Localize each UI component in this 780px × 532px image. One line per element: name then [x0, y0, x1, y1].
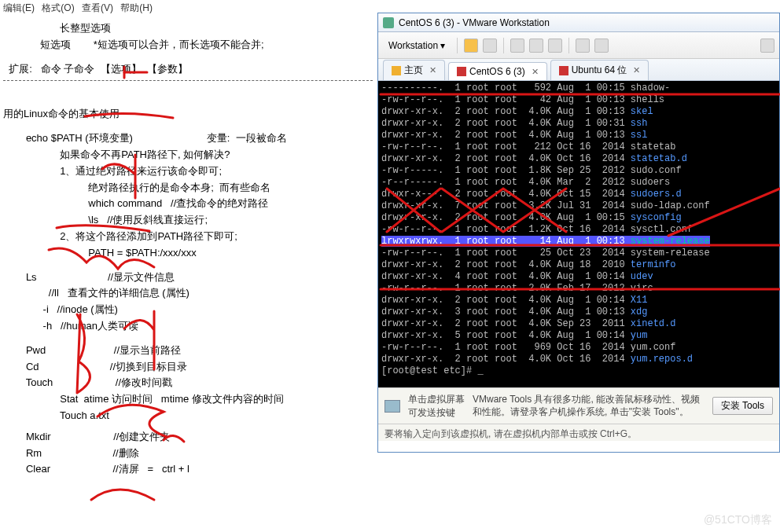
terminal-line: drwxr-xr-x. 2 root root 4.0K Aug 1 00:14… — [381, 295, 776, 306]
terminal-line: -rw-r-----. 1 root root 1.8K Sep 25 2012… — [381, 165, 776, 177]
terminal-line: drwxr-xr-x. 3 root root 4.0K Aug 1 00:13… — [381, 306, 776, 318]
terminal-line: drwxr-xr-x. 2 root root 4.0K Oct 16 2014… — [381, 354, 776, 365]
dropdown-icon[interactable] — [483, 39, 497, 53]
terminal-line: drwxr-xr-x. 2 root root 4.0K Aug 1 00:13… — [381, 106, 776, 118]
note-line: Ls //显示文件信息 — [3, 270, 374, 286]
terminal-line: drwxr-xr-x. 5 root root 4.0K Aug 1 00:14… — [381, 330, 776, 342]
snapshot-icon[interactable] — [510, 39, 524, 53]
screen-icon — [384, 400, 400, 413]
terminal-line: -rw-r--r--. 1 root root 969 Oct 16 2014 … — [381, 342, 776, 354]
terminal-line: drwxr-xr-x. 2 root root 4.0K Sep 23 2011… — [381, 318, 776, 330]
vm-icon — [559, 66, 568, 75]
note-line: -i //inode (属性) — [3, 302, 374, 318]
notes-document: 长整型选项 短选项 *短选项可以合并，而长选项不能合并; 扩展: 命令 子命令 … — [0, 16, 377, 482]
vm-title-text: CentOS 6 (3) - VMware Workstation — [399, 17, 550, 28]
terminal-prompt[interactable]: [root@test etc]# _ — [381, 365, 776, 377]
menu-view[interactable]: 查看(V) — [82, 2, 113, 13]
divider — [3, 80, 373, 81]
note-line: 2、将这个路径添加到PATH路径下即可; — [3, 229, 374, 245]
note-line: -h //human人类可读 — [3, 318, 374, 335]
note-line: 长整型选项 — [3, 20, 374, 37]
note-line: \ls //使用反斜线直接运行; — [3, 212, 374, 229]
note-line: Clear //清屏 = ctrl + l — [3, 461, 374, 478]
vmware-window: CentOS 6 (3) - VMware Workstation Workst… — [377, 13, 780, 453]
note-line: PATH = $PATH:/xxx/xxx — [3, 245, 374, 262]
vm-status-bar: 单击虚拟屏幕可发送按键 VMware Tools 具有很多功能, 能改善鼠标移动… — [378, 387, 779, 424]
terminal-line: -rw-r--r--. 1 root root 1.2K Oct 16 2014… — [381, 224, 776, 236]
status-msg: VMware Tools 具有很多功能, 能改善鼠标移动性、视频和性能。请登录客… — [473, 394, 705, 418]
pause-icon[interactable] — [464, 39, 478, 53]
terminal-line: -rw-r--r--. 1 root root 212 Oct 16 2014 … — [381, 141, 776, 153]
terminal-line: drwxr-xr-x. 2 root root 4.0K Aug 1 00:31… — [381, 118, 776, 130]
status-left: 单击虚拟屏幕可发送按键 — [408, 393, 465, 420]
note-line: 绝对路径执行的是命令本身; 而有些命名 — [3, 180, 374, 196]
workstation-menu[interactable]: Workstation ▾ — [383, 37, 451, 54]
tab-ubuntu[interactable]: Ubuntu 64 位 ✕ — [550, 60, 649, 80]
note-line: Stat atime 访问时间 mtime 修改文件内容的时间 — [3, 391, 374, 408]
note-line: //ll 查看文件的详细信息 (属性) — [3, 285, 374, 302]
install-tools-button[interactable]: 安装 Tools — [712, 397, 773, 415]
home-icon — [392, 66, 401, 75]
menu-format[interactable]: 格式(O) — [42, 2, 74, 13]
tab-label: Ubuntu 64 位 — [572, 64, 627, 77]
tab-label: CentOS 6 (3) — [469, 66, 525, 77]
vm-titlebar[interactable]: CentOS 6 (3) - VMware Workstation — [378, 13, 779, 32]
note-line: Rm //删除 — [3, 446, 374, 462]
note-line: Touch a.txt — [3, 408, 374, 424]
terminal-line: -r--r-----. 1 root root 4.0K Mar 2 2012 … — [381, 177, 776, 189]
terminal-line: lrwxrwxrwx. 1 root root 14 Aug 1 00:13 s… — [381, 236, 776, 248]
note-line: 短选项 *短选项可以合并，而长选项不能合并; — [3, 37, 374, 53]
menu-help[interactable]: 帮助(H) — [120, 2, 153, 13]
close-icon[interactable]: ✕ — [429, 65, 436, 75]
tab-centos[interactable]: CentOS 6 (3) ✕ — [448, 62, 547, 80]
note-line: Pwd //显示当前路径 — [3, 343, 374, 359]
note-line: 1、通过绝对路径来运行该命令即可; — [3, 163, 374, 180]
terminal-line: drwxr-xr-x. 2 root root 4.0K Aug 1 00:15… — [381, 212, 776, 224]
note-line: Mkdir //创建文件夹 — [3, 429, 374, 446]
terminal-line: -rw-r--r--. 1 root root 25 Oct 23 2014 s… — [381, 248, 776, 259]
manage-snap-icon[interactable] — [548, 39, 562, 53]
vm-icon — [457, 67, 466, 76]
thumbnail-icon[interactable] — [760, 39, 774, 53]
vmware-icon — [383, 17, 394, 28]
unity-icon[interactable] — [594, 39, 609, 53]
vm-tabs: 主页 ✕ CentOS 6 (3) ✕ Ubuntu 64 位 ✕ — [378, 59, 779, 81]
terminal-line: -rw-r--r--. 1 root root 42 Aug 1 00:13 s… — [381, 94, 776, 106]
separator — [568, 38, 569, 53]
fullscreen-icon[interactable] — [576, 39, 590, 53]
terminal[interactable]: ----------. 1 root root 592 Aug 1 00:15 … — [378, 81, 779, 387]
terminal-line: drwxr-x---. 2 root root 4.0K Oct 15 2014… — [381, 189, 776, 200]
separator — [503, 38, 504, 53]
tab-home[interactable]: 主页 ✕ — [383, 60, 445, 80]
watermark: @51CTO博客 — [704, 513, 772, 527]
tab-label: 主页 — [404, 64, 423, 77]
terminal-line: -rw-r--r--. 1 root root 2.0K Feb 17 2012… — [381, 283, 776, 295]
note-line: echo $PATH (环境变量) 变量: 一段被命名 — [3, 130, 374, 147]
note-line: which command //查找命令的绝对路径 — [3, 196, 374, 212]
revert-icon[interactable] — [529, 39, 543, 53]
vm-toolbar: Workstation ▾ — [378, 32, 779, 59]
note-line: 扩展: 命令 子命令 【选项】 【参数】 — [3, 61, 374, 78]
close-icon[interactable]: ✕ — [633, 65, 640, 75]
terminal-line: drwxr-xr-x. 2 root root 4.0K Aug 1 00:13… — [381, 130, 776, 141]
note-line: 如果命令不再PATH路径下, 如何解决? — [3, 147, 374, 163]
vm-hint: 要将输入定向到该虚拟机, 请在虚拟机内部单击或按 Ctrl+G。 — [378, 424, 779, 441]
terminal-line: ----------. 1 root root 592 Aug 1 00:15 … — [381, 83, 776, 94]
terminal-line: drwxr-xr-x. 2 root root 4.0K Oct 16 2014… — [381, 153, 776, 165]
close-icon[interactable]: ✕ — [532, 67, 539, 77]
terminal-line: drwxr-xr-x. 2 root root 4.0K Aug 18 2010… — [381, 259, 776, 271]
note-line: Cd //切换到目标目录 — [3, 359, 374, 376]
terminal-line: drwxr-xr-x. 4 root root 4.0K Aug 1 00:14… — [381, 271, 776, 283]
menu-edit[interactable]: 编辑(E) — [3, 2, 35, 13]
note-line: Touch //修改时间戳 — [3, 375, 374, 391]
separator — [457, 38, 458, 53]
terminal-line: drwxr-xr-x. 7 root root 3.2K Jul 31 2014… — [381, 200, 776, 212]
note-heading: 用的Linux命令的基本使用 — [3, 106, 374, 123]
